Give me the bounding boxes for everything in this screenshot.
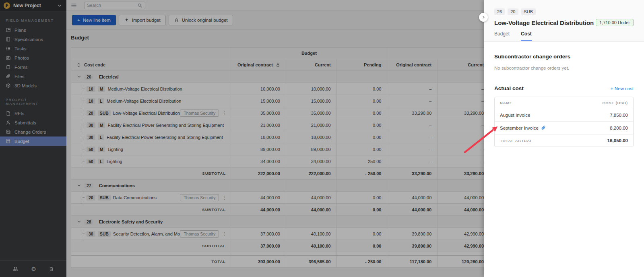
section-row-electronic-safety[interactable]: 28 Electronic Safety and Security (71, 216, 484, 228)
division-code-badge: 26 (85, 74, 93, 80)
cost-code-name: Lighting (107, 147, 123, 152)
sidebar-item-budget[interactable]: Budget (0, 136, 66, 146)
import-budget-button[interactable]: Import budget (119, 15, 166, 25)
sidebar-item-files[interactable]: Files (0, 72, 66, 81)
actual-cost-row[interactable]: September Invoice 8,200.00 (495, 121, 633, 134)
cost-current-value: – (437, 95, 484, 107)
col-header-budget-original: Original contract (231, 59, 286, 70)
column-group-cost (387, 48, 484, 59)
collapse-panel-button[interactable] (479, 13, 488, 22)
budget-pending-value: 0.00 (336, 192, 387, 203)
cost-current-value: – (437, 155, 484, 167)
photos-icon (6, 55, 11, 60)
cost-code-name: Medium-Voltage Electrical Distribution (107, 99, 181, 103)
cost-code-name: Medium-Voltage Electrical Distribution (107, 87, 182, 91)
tasks-icon (6, 46, 11, 51)
cost-original-value: – (387, 95, 437, 107)
section-row-electrical[interactable]: 26 Electrical (71, 71, 484, 83)
plans-icon (6, 27, 11, 33)
sidebar-item-change-orders[interactable]: Change Orders (0, 127, 66, 136)
tree-connector (77, 228, 87, 240)
search-box[interactable] (84, 2, 145, 9)
chevron-down-icon[interactable] (77, 183, 81, 188)
budget-original-value: 18,000.00 (231, 131, 286, 143)
sidebar-item-tasks[interactable]: Tasks (0, 44, 66, 53)
search-input[interactable] (87, 3, 137, 8)
table-row[interactable]: 10 M Medium-Voltage Electrical Distribut… (71, 83, 484, 95)
sidebar: New Project FIELD MANAGEMENT Plans Speci… (0, 0, 66, 277)
upload-icon (124, 18, 129, 23)
kebab-menu-icon[interactable]: ⋮ (222, 195, 227, 201)
table-group-header-row: Budget (71, 48, 484, 59)
attachment-paperclip-icon[interactable] (541, 125, 546, 130)
section-row-communications[interactable]: 27 Communications (71, 180, 484, 192)
sidebar-item-rfis[interactable]: RFIs (0, 109, 66, 118)
table-row[interactable]: 50 L Lighting 34,000.00 34,000.00 - 250.… (71, 155, 484, 167)
col-header-budget-pending: Pending (336, 59, 387, 70)
col-header-budget-current: Current (286, 59, 336, 70)
tab-cost[interactable]: Cost (521, 31, 532, 41)
users-icon[interactable] (12, 266, 19, 271)
calculator-icon (6, 138, 11, 144)
sidebar-item-submittals[interactable]: Submittals (0, 118, 66, 127)
cost-code-badge: 10 (87, 98, 95, 104)
budget-pending-value: 0.00 (336, 95, 387, 107)
total-row: TOTAL 393,000.00 396,565.00 - 250.00 117… (71, 255, 484, 268)
new-line-item-button[interactable]: + New line item (72, 15, 116, 25)
hamburger-menu-icon[interactable] (71, 3, 77, 8)
project-selector[interactable]: New Project (0, 0, 66, 11)
actual-cost-row[interactable]: August Invoice 7,850.00 (495, 109, 633, 121)
division-name: Communications (99, 183, 135, 188)
col-header-cost-current: Current (437, 59, 484, 70)
tree-connector (77, 83, 87, 95)
budget-original-value: 35,000.00 (231, 107, 286, 119)
budget-current-value: 21,000.00 (286, 119, 336, 131)
cost-code-badge: 50 (87, 159, 95, 164)
sidebar-section-project-management: PROJECT MANAGEMENT (0, 90, 66, 109)
table-row[interactable]: 30 SUB Security Detection, Alarm, and Mo… (71, 228, 484, 240)
sidebar-item-forms[interactable]: Forms (0, 62, 66, 72)
panel-title: Low-Voltage Electrical Distribution (494, 19, 594, 26)
person-icon (6, 120, 11, 125)
sidebar-item-3d-models[interactable]: 3D Models (0, 81, 66, 90)
chevron-down-icon[interactable] (77, 219, 81, 224)
sort-icon[interactable] (76, 62, 81, 68)
gear-icon[interactable]: ⚙ (31, 266, 36, 272)
sidebar-item-specifications[interactable]: Specifications (0, 35, 66, 44)
cost-entry-value: 7,850.00 (610, 113, 628, 118)
tab-budget[interactable]: Budget (494, 31, 510, 41)
cost-original-value: 33,290.00 (387, 107, 437, 119)
sidebar-item-photos[interactable]: Photos (0, 53, 66, 62)
table-row-selected[interactable]: 20 SUB Low-Voltage Electrical Distributi… (71, 107, 484, 119)
cost-code-badge: 30 (87, 122, 95, 128)
chevron-down-icon[interactable] (77, 74, 81, 79)
kebab-menu-icon[interactable]: ⋮ (222, 231, 227, 237)
cost-type-badge: M (98, 86, 105, 92)
table-row[interactable]: 30 L Facility Electrical Power Generatin… (71, 131, 484, 143)
table-row[interactable]: 30 M Facility Electrical Power Generatin… (71, 119, 484, 131)
vendor-chip: Thomas Security (180, 230, 219, 238)
chevron-down-icon[interactable] (57, 3, 62, 8)
budget-original-value: 44,000.00 (231, 192, 286, 203)
table-row[interactable]: 50 M Lighting 89,000.00 89,000.00 0.00 –… (71, 143, 484, 155)
search-icon (137, 3, 142, 8)
detail-panel: 26 20 SUB Low-Voltage Electrical Distrib… (484, 0, 644, 277)
division-code-badge: 27 (85, 183, 93, 188)
lock-icon (174, 18, 179, 23)
change-orders-heading: Subcontractor change orders (494, 54, 634, 60)
new-cost-link[interactable]: + New cost (611, 86, 634, 91)
kebab-menu-icon[interactable]: ⋮ (222, 110, 227, 116)
table-row[interactable]: 10 L Medium-Voltage Electrical Distribut… (71, 95, 484, 107)
app-logo-icon (4, 2, 10, 9)
cost-code-name: Lighting (107, 159, 122, 164)
sidebar-item-plans[interactable]: Plans (0, 25, 66, 35)
trash-icon[interactable] (49, 266, 54, 271)
col-header-cost-code: Cost code (71, 59, 231, 70)
budget-current-value: 44,000.00 (286, 192, 336, 203)
budget-pending-value: 0.00 (336, 143, 387, 155)
unlock-original-budget-button[interactable]: Unlock original budget (169, 15, 233, 25)
cost-original-value: – (387, 143, 437, 155)
cost-current-value: – (437, 131, 484, 143)
subtotal-label: SUBTOTAL (202, 207, 226, 212)
table-row[interactable]: 20 SUB Data Communications Thomas Securi… (71, 192, 484, 204)
